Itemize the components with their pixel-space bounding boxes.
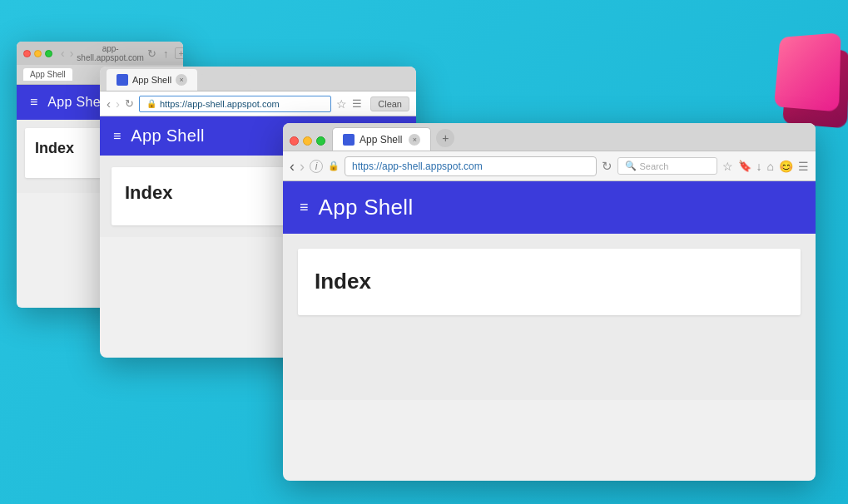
active-tab-2[interactable]: App Shell × (107, 69, 197, 91)
page-index-label-2: Index (125, 182, 172, 203)
tab-close-2[interactable]: × (176, 74, 187, 86)
tab-close-3[interactable]: × (409, 134, 420, 146)
url-text-3: https://app-shell.appspot.com (352, 161, 483, 172)
newtab-icon-1[interactable]: + (175, 47, 183, 59)
app-title-1: App Shell (47, 95, 107, 110)
content-card-3: Index (298, 249, 801, 315)
forward-btn-3[interactable]: › (300, 159, 305, 174)
url-box-2[interactable]: 🔒 https://app-shell.appspot.com (139, 96, 331, 112)
new-tab-area-2 (201, 74, 250, 91)
tab-favicon-2 (117, 74, 128, 86)
back-btn-2[interactable]: ‹ (107, 96, 111, 111)
traffic-light-red-1[interactable] (23, 50, 31, 57)
page-index-label-1: Index (35, 140, 74, 156)
url-box-3[interactable]: https://app-shell.appspot.com (345, 156, 597, 176)
share-icon-1[interactable]: ↑ (163, 47, 169, 60)
new-tab-btn-3[interactable]: + (436, 129, 454, 147)
home-btn-3[interactable]: ⌂ (767, 160, 774, 173)
traffic-lights-1 (23, 50, 52, 57)
traffic-light-red-3[interactable] (290, 136, 299, 146)
bookmark-btn-3[interactable]: 🔖 (738, 160, 751, 172)
back-icon-1[interactable]: ‹ (61, 47, 65, 60)
tab-bar-2: App Shell × (100, 67, 416, 91)
menu-btn-3[interactable]: ☰ (798, 160, 809, 173)
tab-label-2: App Shell (132, 75, 171, 85)
active-tab-3[interactable]: App Shell × (332, 127, 431, 151)
app-content-3: Index (283, 234, 816, 400)
hamburger-icon-3[interactable]: ≡ (300, 199, 309, 216)
url-display-1: app-shell.appspot.com (77, 44, 144, 62)
lock-icon-2: 🔒 (146, 99, 156, 108)
star-icon-2[interactable]: ☆ (336, 97, 347, 111)
tab-favicon-3 (343, 134, 355, 146)
traffic-light-green-3[interactable] (316, 136, 325, 146)
star-btn-3[interactable]: ☆ (722, 160, 733, 173)
traffic-light-yellow-1[interactable] (34, 50, 42, 57)
forward-btn-2[interactable]: › (116, 96, 120, 111)
download-btn-3[interactable]: ↓ (756, 160, 762, 173)
forward-icon-1[interactable]: › (70, 47, 74, 60)
app-title-2: App Shell (131, 126, 204, 146)
reload-btn-2[interactable]: ↻ (125, 97, 134, 110)
tab-label-1[interactable]: App Shell (23, 68, 72, 81)
traffic-lights-3 (290, 136, 332, 151)
lock-icon-3: 🔒 (328, 161, 340, 171)
app-header-3: ≡ App Shell (283, 181, 816, 234)
search-icon-3: 🔍 (625, 161, 637, 171)
app-title-3: App Shell (319, 195, 414, 220)
tab-bar-3: App Shell × + (283, 123, 816, 151)
search-placeholder-3: Search (640, 161, 669, 171)
menu-icon-2[interactable]: ☰ (352, 97, 362, 110)
browser-window-3: App Shell × + ‹ › i 🔒 https://app-shell.… (283, 123, 816, 481)
reload-icon-1[interactable]: ↻ (147, 47, 156, 60)
smiley-btn-3[interactable]: 😊 (779, 160, 793, 173)
address-bar-2: ‹ › ↻ 🔒 https://app-shell.appspot.com ☆ … (100, 91, 416, 116)
info-icon-3[interactable]: i (310, 160, 323, 173)
clean-button-2[interactable]: Clean (370, 96, 409, 111)
titlebar-1: ‹ › app-shell.appspot.com ↻ ↑ + (17, 42, 183, 65)
search-box-3[interactable]: 🔍 Search (617, 157, 717, 175)
nav-buttons-1: ‹ › (61, 47, 73, 60)
hamburger-icon-2[interactable]: ≡ (113, 129, 121, 144)
traffic-light-yellow-3[interactable] (303, 136, 312, 146)
back-btn-3[interactable]: ‹ (290, 159, 295, 174)
tab-label-3: App Shell (360, 134, 402, 146)
reload-btn-3[interactable]: ↻ (602, 159, 612, 174)
address-bar-3: ‹ › i 🔒 https://app-shell.appspot.com ↻ … (283, 151, 816, 181)
traffic-light-green-1[interactable] (45, 50, 52, 57)
url-text-2: https://app-shell.appspot.com (160, 99, 280, 109)
hamburger-icon-1[interactable]: ≡ (30, 95, 37, 110)
page-index-label-3: Index (315, 269, 371, 294)
